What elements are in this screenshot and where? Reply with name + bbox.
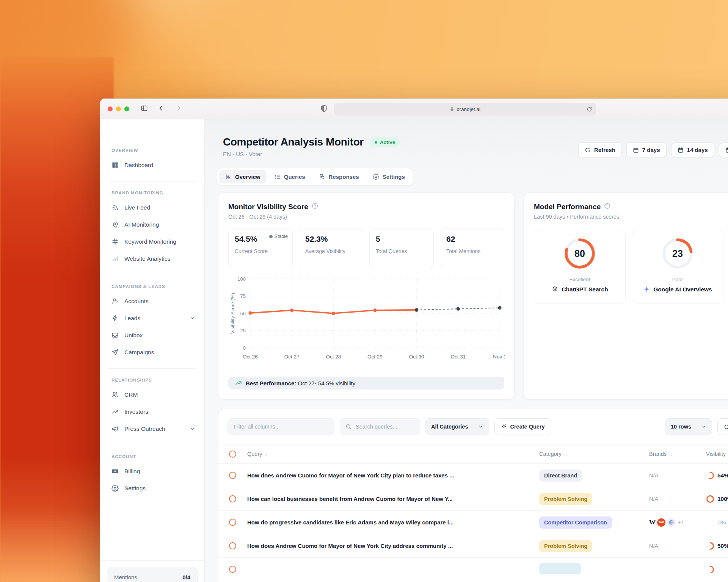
brands-value: N/A — [649, 543, 658, 549]
refresh-button[interactable]: Refresh — [578, 142, 622, 157]
14-days-button[interactable]: 14 days — [671, 142, 714, 157]
visibility-ring — [706, 565, 714, 574]
stat-value: 5 — [376, 235, 427, 244]
sidebar-item-live-feed[interactable]: Live Feed — [100, 199, 204, 216]
sidebar-item-accounts[interactable]: Accounts — [100, 293, 204, 310]
sidebar-item-label: Keyword Monitoring — [124, 238, 176, 245]
sidebar-item-unibox[interactable]: Unibox — [100, 327, 204, 344]
back-button[interactable] — [158, 105, 165, 113]
row-select-radio[interactable] — [229, 519, 236, 526]
query-text[interactable]: How do progressive candidates like Eric … — [247, 519, 539, 526]
messages-icon — [319, 174, 325, 180]
brand-icons: WTAP+7 — [649, 518, 706, 527]
main-content: Competitor Analysis Monitor Active EN · … — [205, 119, 728, 582]
row-select-radio[interactable] — [229, 472, 236, 479]
model-name: ChatGPT Search — [562, 286, 608, 293]
search-queries-input[interactable] — [340, 418, 420, 435]
tab-settings[interactable]: Settings — [367, 170, 411, 183]
chart-icon — [225, 174, 232, 180]
column-header-brands[interactable]: Brands↑↓ — [649, 451, 706, 457]
sidebar-item-campaigns[interactable]: Campaigns — [100, 344, 204, 361]
create-query-button[interactable]: Create Query — [494, 418, 551, 435]
bar-chart-icon — [111, 255, 119, 262]
sidebar-item-investors[interactable]: Investors — [100, 403, 204, 420]
query-text[interactable]: How can local businesses benefit from An… — [247, 496, 539, 502]
privacy-shield-icon[interactable] — [320, 105, 328, 113]
minimize-window-button[interactable] — [116, 106, 121, 111]
sidebar-item-keyword-monitoring[interactable]: Keyword Monitoring — [100, 233, 204, 250]
hash-icon — [111, 238, 119, 245]
tab-bar: OverviewQueriesResponsesSettings — [217, 168, 413, 186]
date-range-button[interactable] — [719, 142, 728, 157]
close-window-button[interactable] — [108, 106, 113, 111]
select-all-radio[interactable] — [229, 451, 236, 458]
rows-per-page-select[interactable]: 10 rows — [665, 418, 712, 435]
sort-icon[interactable]: ↑↓ — [265, 452, 267, 457]
sidebar-item-leads[interactable]: Leads — [100, 310, 204, 327]
query-text[interactable]: How does Andrew Cuomo for Mayor of New Y… — [247, 472, 539, 479]
column-header-query[interactable]: Query↑↓ — [247, 451, 539, 457]
model-gauge-chatgpt-search: 80ExcellentChatGPT Search — [534, 230, 626, 304]
table-row[interactable]: How do progressive candidates like Eric … — [218, 511, 728, 534]
address-bar[interactable]: brandjet.ai — [334, 103, 596, 116]
search-input[interactable] — [355, 423, 414, 430]
filter-input[interactable] — [233, 423, 329, 430]
help-icon[interactable] — [312, 203, 318, 211]
stat-average-visibility: 52.3%Average Visibility — [299, 228, 363, 268]
sidebar-item-label: Investors — [124, 408, 148, 415]
help-icon[interactable] — [604, 203, 610, 211]
visibility-ring — [706, 542, 714, 550]
sidebar-item-press-outreach[interactable]: Press Outreach — [100, 420, 204, 437]
table-row[interactable] — [218, 558, 728, 581]
svg-text:25: 25 — [240, 328, 246, 333]
sort-icon[interactable]: ↑↓ — [564, 452, 566, 457]
sidebar-section-label: OVERVIEW — [111, 148, 204, 153]
browser-window: brandjet.ai OVERVIEWDashboardBRAND MONIT… — [100, 99, 728, 582]
divider — [108, 445, 196, 445]
queries-table-card: All Categories Create Query 10 rows — [218, 409, 728, 582]
tab-overview[interactable]: Overview — [219, 170, 267, 183]
sidebar-toggle-icon[interactable] — [141, 105, 148, 113]
sidebar-item-settings[interactable]: Settings — [100, 480, 204, 497]
chevron-down-icon[interactable] — [190, 315, 195, 321]
column-header-visibility[interactable]: Visibility↑↓ — [706, 451, 728, 457]
row-select-radio[interactable] — [229, 566, 236, 573]
column-header-category[interactable]: Category↑↓ — [539, 451, 649, 457]
list-checks-icon — [274, 174, 281, 180]
reload-icon[interactable] — [587, 106, 592, 112]
chevron-down-icon[interactable] — [190, 426, 195, 432]
table-row[interactable]: How does Andrew Cuomo for Mayor of New Y… — [218, 534, 728, 558]
sort-icon[interactable]: ↑↓ — [669, 452, 672, 457]
refresh-table-button[interactable]: Refresh — [717, 418, 728, 435]
sidebar-section-label: ACCOUNT — [111, 454, 204, 459]
tab-queries[interactable]: Queries — [268, 170, 311, 183]
tab-responses[interactable]: Responses — [313, 170, 365, 183]
visibility-value: 100% — [717, 496, 728, 502]
sidebar-section-label: BRAND MONITORING — [111, 191, 204, 195]
sidebar-item-dashboard[interactable]: Dashboard — [100, 156, 204, 174]
forward-button[interactable] — [175, 105, 182, 113]
sidebar-item-label: Leads — [124, 315, 140, 322]
zoom-window-button[interactable] — [124, 106, 129, 111]
visibility-date-range: Oct 26 - Oct 29 (4 days) — [228, 214, 504, 220]
svg-text:Visibility Score (%): Visibility Score (%) — [230, 293, 235, 334]
window-controls — [108, 106, 129, 111]
stat-value: 62 — [446, 235, 498, 244]
7-days-button[interactable]: 7 days — [626, 142, 667, 157]
category-filter-select[interactable]: All Categories — [425, 418, 489, 435]
filter-columns-input[interactable] — [228, 418, 334, 435]
table-row[interactable]: How can local businesses benefit from An… — [218, 487, 728, 511]
query-text[interactable]: How does Andrew Cuomo for Mayor of New Y… — [247, 543, 539, 549]
sidebar-item-website-analytics[interactable]: Website Analytics — [100, 250, 204, 267]
search-icon — [345, 424, 351, 430]
sidebar-item-crm[interactable]: CRM — [100, 386, 204, 403]
sidebar-item-billing[interactable]: Billing — [100, 463, 204, 480]
brands-value: N/A — [649, 496, 658, 502]
table-row[interactable]: How does Andrew Cuomo for Mayor of New Y… — [218, 464, 728, 487]
sidebar-item-ai-monitoring[interactable]: AI Monitoring — [100, 216, 204, 233]
row-select-radio[interactable] — [229, 495, 236, 502]
status-dot-icon — [375, 141, 377, 144]
divider — [108, 181, 196, 181]
openai-icon — [551, 286, 559, 293]
row-select-radio[interactable] — [229, 542, 236, 549]
